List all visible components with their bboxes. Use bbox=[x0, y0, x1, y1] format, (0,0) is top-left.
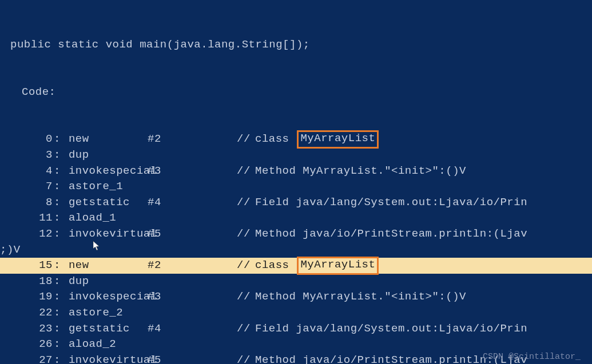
offset: 0 bbox=[0, 131, 54, 147]
opcode: new bbox=[62, 258, 148, 274]
colon: : bbox=[54, 305, 62, 321]
offset: 15 bbox=[0, 258, 54, 274]
highlight-box: MyArrayList bbox=[297, 130, 379, 149]
highlight-box: MyArrayList bbox=[297, 257, 379, 275]
bytecode-row: 7: astore_1 bbox=[0, 179, 592, 195]
code-label: Code: bbox=[0, 85, 592, 101]
comment-marker: // bbox=[237, 258, 255, 274]
bytecode-row: 19: invokespecial#3// Method MyArrayList… bbox=[0, 289, 592, 305]
offset: 18 bbox=[0, 274, 54, 290]
colon: : bbox=[54, 226, 62, 242]
comment: Field java/lang/System.out:Ljava/io/Prin bbox=[255, 195, 527, 211]
opcode: astore_2 bbox=[62, 305, 148, 321]
operand: #5 bbox=[148, 226, 237, 242]
opcode: getstatic bbox=[62, 195, 148, 211]
operand: #5 bbox=[148, 353, 237, 364]
offset: 19 bbox=[0, 289, 54, 305]
opcode: invokevirtual bbox=[62, 353, 148, 364]
bytecode-row: 8: getstatic#4// Field java/lang/System.… bbox=[0, 195, 592, 211]
colon: : bbox=[54, 321, 62, 337]
offset: 8 bbox=[0, 195, 54, 211]
bytecode-row: 15: new#2// class MyArrayList bbox=[0, 258, 592, 274]
opcode: aload_1 bbox=[62, 210, 148, 226]
comment: Field java/lang/System.out:Ljava/io/Prin bbox=[255, 321, 527, 337]
offset: 12 bbox=[0, 226, 54, 242]
watermark: CSDN @Scintillator_ bbox=[483, 352, 581, 362]
comment-marker: // bbox=[237, 195, 255, 211]
bytecode-rows: 0: new#2// class MyArrayList3: dup4: inv… bbox=[0, 131, 592, 364]
comment: Method java/io/PrintStream.println:(Ljav bbox=[255, 226, 527, 242]
bytecode-row: 12: invokevirtual#5// Method java/io/Pri… bbox=[0, 226, 592, 242]
comment: Method MyArrayList."<init>":()V bbox=[255, 289, 466, 305]
opcode: aload_2 bbox=[62, 337, 148, 353]
comment: class MyArrayList bbox=[255, 130, 379, 149]
bytecode-row: 18: dup bbox=[0, 274, 592, 290]
colon: : bbox=[54, 163, 62, 179]
colon: : bbox=[54, 179, 62, 195]
opcode: new bbox=[62, 131, 148, 147]
bytecode-row: 0: new#2// class MyArrayList bbox=[0, 131, 592, 147]
wrap-tail: ;)V bbox=[0, 242, 21, 258]
operand: #4 bbox=[148, 321, 237, 337]
bytecode-row: 11: aload_1 bbox=[0, 210, 592, 226]
comment-marker: // bbox=[237, 131, 255, 147]
opcode: invokevirtual bbox=[62, 226, 148, 242]
bytecode-listing: public static void main(java.lang.String… bbox=[0, 0, 592, 364]
colon: : bbox=[54, 210, 62, 226]
opcode: invokespecial bbox=[62, 163, 148, 179]
offset: 7 bbox=[0, 179, 54, 195]
colon: : bbox=[54, 337, 62, 353]
comment-marker: // bbox=[237, 289, 255, 305]
comment: class MyArrayList bbox=[255, 257, 379, 275]
operand: #3 bbox=[148, 289, 237, 305]
bytecode-wrap-line: ;)V bbox=[0, 242, 592, 258]
colon: : bbox=[54, 131, 62, 147]
operand: #2 bbox=[148, 131, 237, 147]
comment-marker: // bbox=[237, 353, 255, 364]
comment: Method MyArrayList."<init>":()V bbox=[255, 163, 466, 179]
offset: 3 bbox=[0, 147, 54, 163]
comment-prefix: class bbox=[255, 258, 296, 274]
comment-marker: // bbox=[237, 226, 255, 242]
offset: 27 bbox=[0, 353, 54, 364]
comment-prefix: class bbox=[255, 131, 296, 147]
operand: #3 bbox=[148, 163, 237, 179]
offset: 4 bbox=[0, 163, 54, 179]
operand: #4 bbox=[148, 195, 237, 211]
colon: : bbox=[54, 289, 62, 305]
bytecode-row: 26: aload_2 bbox=[0, 337, 592, 353]
opcode: dup bbox=[62, 274, 148, 290]
bytecode-row: 22: astore_2 bbox=[0, 305, 592, 321]
comment-marker: // bbox=[237, 321, 255, 337]
offset: 26 bbox=[0, 337, 54, 353]
operand: #2 bbox=[148, 258, 237, 274]
opcode: astore_1 bbox=[62, 179, 148, 195]
opcode: dup bbox=[62, 147, 148, 163]
offset: 22 bbox=[0, 305, 54, 321]
method-signature: public static void main(java.lang.String… bbox=[0, 37, 592, 53]
colon: : bbox=[54, 258, 62, 274]
bytecode-row: 4: invokespecial#3// Method MyArrayList.… bbox=[0, 163, 592, 179]
colon: : bbox=[54, 147, 62, 163]
colon: : bbox=[54, 195, 62, 211]
colon: : bbox=[54, 274, 62, 290]
colon: : bbox=[54, 353, 62, 364]
comment-marker: // bbox=[237, 163, 255, 179]
bytecode-row: 3: dup bbox=[0, 147, 592, 163]
offset: 11 bbox=[0, 210, 54, 226]
bytecode-row: 23: getstatic#4// Field java/lang/System… bbox=[0, 321, 592, 337]
offset: 23 bbox=[0, 321, 54, 337]
opcode: invokespecial bbox=[62, 289, 148, 305]
opcode: getstatic bbox=[62, 321, 148, 337]
